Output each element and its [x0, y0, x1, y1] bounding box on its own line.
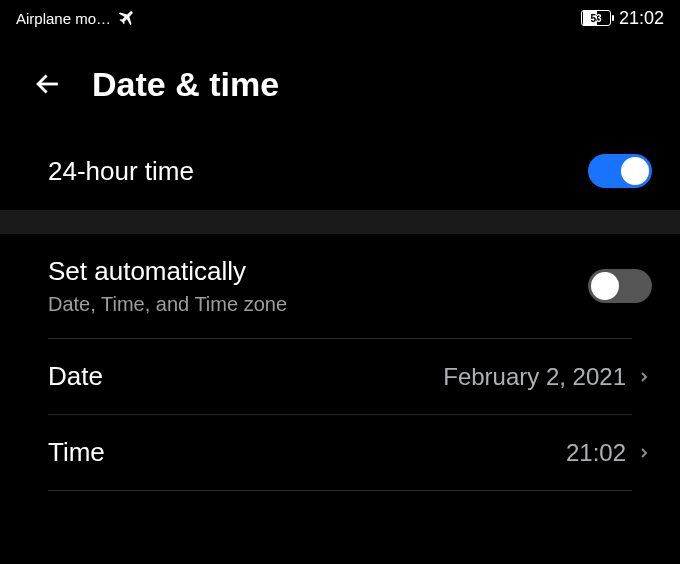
section-divider [0, 210, 680, 234]
row-label: Time [48, 437, 566, 468]
time-value: 21:02 [566, 439, 626, 467]
row-set-automatically[interactable]: Set automatically Date, Time, and Time z… [0, 234, 680, 338]
row-label: Date [48, 361, 443, 392]
header: Date & time [0, 36, 680, 132]
row-time[interactable]: Time 21:02 [0, 415, 680, 490]
row-date[interactable]: Date February 2, 2021 [0, 339, 680, 414]
row-sublabel: Date, Time, and Time zone [48, 293, 588, 316]
row-24-hour-time[interactable]: 24-hour time [0, 132, 680, 210]
status-bar: Airplane mo… 53 21:02 [0, 0, 680, 36]
back-button[interactable] [28, 64, 68, 104]
row-label: Set automatically [48, 256, 588, 287]
status-clock: 21:02 [619, 8, 664, 29]
battery-percent: 53 [582, 11, 610, 25]
chevron-right-icon [636, 441, 652, 465]
date-value: February 2, 2021 [443, 363, 626, 391]
toggle-24-hour[interactable] [588, 154, 652, 188]
airplane-mode-label: Airplane mo… [16, 10, 111, 27]
page-title: Date & time [92, 65, 279, 104]
airplane-icon [119, 9, 137, 27]
divider [48, 490, 632, 491]
battery-indicator: 53 [581, 10, 611, 26]
chevron-right-icon [636, 365, 652, 389]
row-label: 24-hour time [48, 156, 588, 187]
toggle-set-auto[interactable] [588, 269, 652, 303]
